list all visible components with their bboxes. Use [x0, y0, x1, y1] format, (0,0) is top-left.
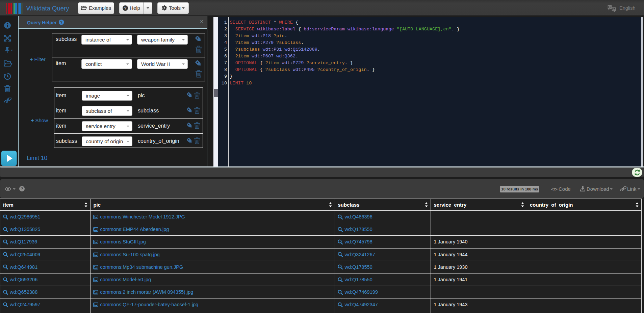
- svg-text:?: ?: [21, 187, 23, 191]
- svg-text:?: ?: [60, 20, 62, 24]
- svg-text:?: ?: [124, 6, 127, 10]
